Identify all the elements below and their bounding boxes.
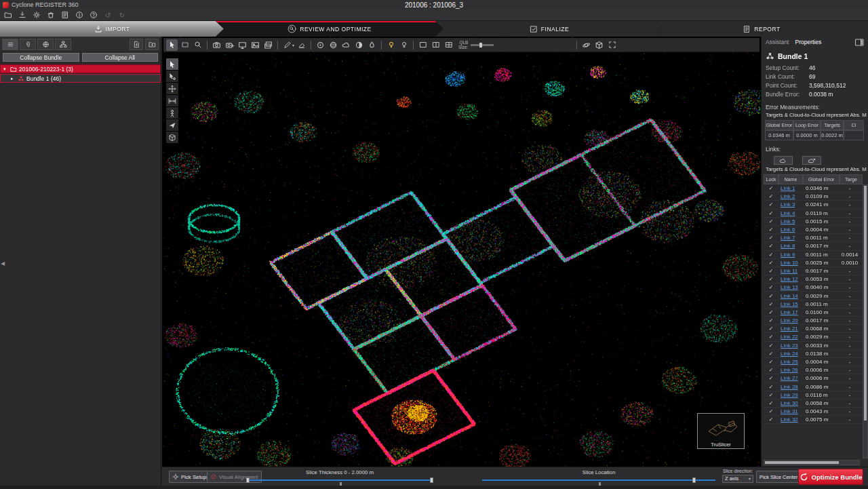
link-row[interactable]: ✓Link 110.0017 m-: [764, 267, 862, 275]
lock-check-icon[interactable]: ✓: [764, 408, 778, 414]
caret-down-icon[interactable]: ▾: [3, 66, 8, 72]
eraser-icon[interactable]: [296, 39, 307, 51]
link-name[interactable]: Link 23: [778, 343, 803, 349]
link-name[interactable]: Link 1: [778, 185, 803, 191]
links-horizontal-scrollbar[interactable]: [764, 460, 860, 465]
single-view-icon[interactable]: [417, 39, 429, 51]
lock-check-icon[interactable]: ✓: [764, 227, 778, 233]
lock-check-icon[interactable]: ✓: [764, 384, 778, 390]
fullscreen-icon[interactable]: [606, 39, 618, 51]
link-row[interactable]: ✓Link 270.0006 m-: [764, 374, 862, 383]
slice-location-slider[interactable]: [482, 480, 715, 481]
workflow-step-import[interactable]: IMPORT: [0, 21, 224, 37]
lock-check-icon[interactable]: ✓: [764, 201, 778, 208]
tab-assistant[interactable]: Assistant: [766, 39, 789, 45]
lock-check-icon[interactable]: ✓: [764, 260, 778, 266]
link-row[interactable]: ✓Link 300.0058 m-: [764, 399, 862, 408]
lock-check-icon[interactable]: ✓: [764, 326, 778, 332]
sphere-mode-icon[interactable]: [328, 39, 339, 51]
link-row[interactable]: ✓Link 250.0004 m-: [764, 358, 862, 366]
link-row[interactable]: ✓Link 260.0006 m-: [764, 366, 862, 374]
panel-collapse-icon[interactable]: ◀: [1, 260, 5, 267]
contrast-mode-icon[interactable]: [353, 39, 365, 51]
link-name[interactable]: Link 7: [778, 235, 803, 241]
link-name[interactable]: Link 21: [778, 326, 803, 332]
link-name[interactable]: Link 11: [778, 268, 803, 274]
link-name[interactable]: Link 27: [778, 375, 803, 381]
tree-item-project[interactable]: ▾ 201006-210223-1 (3): [0, 64, 161, 73]
lock-check-icon[interactable]: ✓: [764, 309, 778, 315]
link-row[interactable]: ✓Link 210.0068 m-: [764, 325, 862, 333]
lock-check-icon[interactable]: ✓: [764, 301, 778, 307]
tab-sitemap[interactable]: [55, 39, 71, 50]
slice-direction-select[interactable]: Z axis ▾: [722, 475, 753, 483]
slider-handle-min[interactable]: [246, 477, 250, 483]
qlb-slider-handle[interactable]: [479, 43, 482, 47]
link-name[interactable]: Link 5: [778, 218, 803, 224]
info-icon[interactable]: [75, 10, 84, 20]
lock-check-icon[interactable]: ✓: [764, 416, 778, 423]
link-row[interactable]: ✓Link 200.0017 m-: [764, 317, 862, 325]
lock-check-icon[interactable]: ✓: [764, 359, 778, 365]
panel-layout-icon[interactable]: [855, 39, 864, 46]
truslicer-minimap[interactable]: TruSlicer: [697, 413, 745, 449]
link-name[interactable]: Link 8: [778, 243, 803, 249]
lock-check-icon[interactable]: ✓: [764, 317, 778, 324]
lock-check-icon[interactable]: ✓: [764, 218, 778, 224]
link-row[interactable]: ✓Link 20.0109 m-: [764, 193, 862, 201]
lock-check-icon[interactable]: ✓: [764, 392, 778, 398]
light-on-icon[interactable]: [385, 39, 397, 51]
link-name[interactable]: Link 26: [778, 367, 803, 373]
lock-check-icon[interactable]: ✓: [764, 351, 778, 357]
tab-attachments[interactable]: [20, 39, 36, 50]
quad-view-icon[interactable]: [443, 39, 454, 51]
link-row[interactable]: ✓Link 240.0138 m-: [764, 350, 862, 358]
link-name[interactable]: Link 9: [778, 252, 803, 258]
collapse-all-button[interactable]: Collapse All: [82, 53, 159, 62]
link-row[interactable]: ✓Link 50.0015 m-: [764, 218, 862, 226]
link-name[interactable]: Link 31: [778, 408, 803, 414]
lock-check-icon[interactable]: ✓: [764, 268, 778, 274]
lock-check-icon[interactable]: ✓: [764, 284, 778, 290]
pencil-dropdown-caret-icon[interactable]: ▾: [292, 43, 294, 47]
link-row[interactable]: ✓Link 170.0100 m-: [764, 309, 862, 317]
link-name[interactable]: Link 12: [778, 276, 803, 282]
lock-check-icon[interactable]: ✓: [764, 367, 778, 373]
link-name[interactable]: Link 24: [778, 351, 803, 357]
light-off-icon[interactable]: [398, 39, 410, 51]
link-row[interactable]: ✓Link 280.0086 m-: [764, 383, 862, 391]
link-name[interactable]: Link 25: [778, 359, 803, 365]
link-name[interactable]: Link 14: [778, 293, 803, 299]
link-name[interactable]: Link 22: [778, 334, 803, 340]
add-cloud-link-button[interactable]: [774, 156, 793, 165]
link-name[interactable]: Link 28: [778, 384, 803, 390]
link-name[interactable]: Link 13: [778, 284, 803, 290]
lock-check-icon[interactable]: ✓: [764, 334, 778, 340]
cloud-mode-icon[interactable]: [340, 39, 352, 51]
lock-check-icon[interactable]: ✓: [764, 252, 778, 258]
link-row[interactable]: ✓Link 70.0011 m-: [764, 234, 862, 242]
link-row[interactable]: ✓Link 130.0040 m-: [764, 283, 862, 292]
link-name[interactable]: Link 4: [778, 210, 803, 216]
link-name[interactable]: Link 2: [778, 193, 803, 199]
tab-geotags[interactable]: [37, 39, 54, 50]
screen-icon[interactable]: [237, 39, 248, 51]
lock-check-icon[interactable]: ✓: [764, 343, 778, 349]
links-vertical-scrollbar[interactable]: [863, 184, 868, 458]
target-mode-icon[interactable]: [315, 39, 326, 51]
fly-mode-icon[interactable]: [166, 119, 178, 131]
camera-icon[interactable]: [211, 39, 222, 51]
link-row[interactable]: ✓Link 220.0029 m-: [764, 333, 862, 341]
link-row[interactable]: ✓Link 120.0053 m-: [764, 275, 862, 283]
link-row[interactable]: ✓Link 230.0033 m-: [764, 342, 862, 350]
lock-check-icon[interactable]: ✓: [764, 243, 778, 249]
snapshot-icon[interactable]: [224, 39, 235, 51]
tree-item-bundle[interactable]: ▸ Bundle 1 (46): [0, 74, 161, 83]
link-name[interactable]: Link 15: [778, 301, 803, 307]
collapse-bundle-button[interactable]: Collapse Bundle: [3, 53, 79, 62]
link-name[interactable]: Link 3: [778, 201, 803, 208]
caret-right-icon[interactable]: ▸: [11, 76, 16, 81]
link-row[interactable]: ✓Link 10.0346 m-: [764, 184, 862, 193]
import-folder-icon[interactable]: [145, 39, 159, 50]
link-name[interactable]: Link 30: [778, 400, 803, 406]
